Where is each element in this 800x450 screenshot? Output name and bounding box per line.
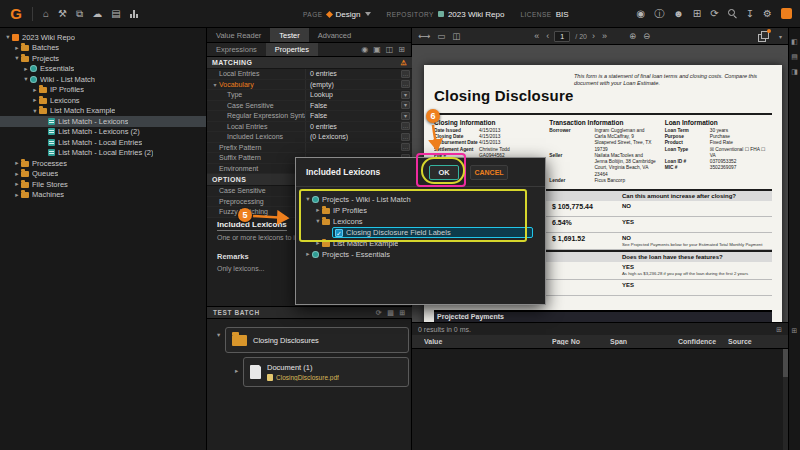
database-icon[interactable]: ▤ [111,9,120,19]
fit-width-icon[interactable]: ⟷ [418,32,430,41]
grid-icon[interactable]: ⊞ [792,327,798,334]
dialog-tree-item[interactable]: ▸Projects - Essentials [300,249,543,260]
ellipsis-icon[interactable]: … [401,70,410,78]
property-value[interactable]: 0 entries… [305,122,412,132]
ok-button[interactable]: OK [429,165,459,180]
layers-icon[interactable] [758,31,769,42]
chevron-right-icon[interactable]: ▸ [304,251,312,258]
results-column-header[interactable]: Confidence [678,338,728,345]
chevron-down-icon[interactable]: ▾ [779,33,782,40]
next-page-icon[interactable]: › [592,32,595,41]
stats-icon[interactable] [130,9,140,18]
nav-tree-item[interactable]: ▾Wiki - List Match [0,74,206,85]
nav-tree-item[interactable]: ▸Batches [0,43,206,54]
property-value[interactable]: False▾ [305,111,412,121]
property-row[interactable]: Case SensitiveFalse▾ [207,101,412,112]
dropdown-icon[interactable]: ▾ [401,112,410,120]
download-icon[interactable]: ↧ [746,9,754,19]
chevron-right-icon[interactable]: ▸ [31,87,39,94]
dialog-titlebar[interactable]: Included Lexicons OK CANCEL [296,158,545,187]
tab-tester[interactable]: Tester [270,28,308,42]
tools-icon[interactable]: ⚒ [58,9,67,19]
chevron-down-icon[interactable]: ▾ [304,196,312,203]
selected-lexicon-row[interactable]: ✓Closing Disclosure Field Labels [332,227,533,238]
apps-icon[interactable]: ⊞ [693,9,701,19]
dialog-tree-item[interactable]: ▾Lexicons [300,216,543,227]
property-value[interactable]: (empty)… [305,80,412,90]
chevron-down-icon[interactable]: ▾ [211,81,219,88]
property-value[interactable]: … [305,143,412,153]
checkbox-checked-icon[interactable]: ✓ [335,229,343,237]
target-icon[interactable]: ◉ [361,46,368,54]
page-number-input[interactable]: 1 [554,31,570,42]
page-selector[interactable]: PAGE Design [303,10,371,19]
nav-tree-item[interactable]: ▸IP Profiles [0,85,206,96]
ellipsis-icon[interactable]: … [401,80,410,88]
zoom-in-icon[interactable]: ⊕ [629,32,636,41]
tab-value-reader[interactable]: Value Reader [207,28,270,42]
chevron-right-icon[interactable]: ▸ [13,181,21,188]
property-row[interactable]: Prefix Pattern… [207,143,412,154]
chevron-down-icon[interactable] [365,12,371,16]
ellipsis-icon[interactable]: … [401,122,410,130]
property-row[interactable]: Regular Expression SyntaxFalse▾ [207,111,412,122]
ellipsis-icon[interactable]: … [401,133,410,141]
cloud-icon[interactable]: ☁ [92,9,102,19]
property-row[interactable]: ▾Vocabulary(empty)… [207,80,412,91]
last-page-icon[interactable]: » [602,32,607,41]
dropdown-icon[interactable]: ▾ [401,101,410,109]
results-column-header[interactable]: Source [728,338,784,345]
batches-icon[interactable]: ⧉ [76,9,83,19]
property-value[interactable]: 0 entries… [305,69,412,79]
chevron-right-icon[interactable]: ▸ [13,192,21,199]
refresh-icon[interactable]: ⟳ [710,9,718,19]
subtab-properties[interactable]: Properties [266,43,318,56]
property-row[interactable]: Local Entries0 entries… [207,69,412,80]
chevron-right-icon[interactable]: ▸ [13,160,21,167]
dialog-tree-item[interactable]: ▸List Match Example [300,238,543,249]
chevron-down-icon[interactable]: ▾ [13,55,21,62]
chevron-right-icon[interactable]: ▸ [13,45,21,52]
nav-tree-item[interactable]: List Match - Lexicons (2) [0,127,206,138]
property-value[interactable]: (0 Lexicons)… [305,132,412,142]
nav-tree-item[interactable]: List Match - Local Entries [0,137,206,148]
chevron-right-icon[interactable]: ▸ [22,66,30,73]
nav-tree-item[interactable]: ▾Projects [0,53,206,64]
nav-tree-item[interactable]: ▸Lexicons [0,95,206,106]
zoom-out-icon[interactable]: ⊖ [643,32,650,41]
repository-selector[interactable]: REPOSITORY 2023 Wiki Repo [387,10,505,19]
property-row[interactable]: TypeLookup▾ [207,90,412,101]
refresh-icon[interactable]: ⟳ [376,309,382,316]
nav-tree-item[interactable]: List Match - Local Entries (2) [0,148,206,159]
dialog-tree-item[interactable]: ▸IP Profiles [300,205,543,216]
settings-icon[interactable]: ⚙ [763,9,772,19]
nav-tree-item[interactable]: ▾List Match Example [0,106,206,117]
user-icon[interactable]: ☻ [673,9,684,19]
grid-icon[interactable]: ⊞ [776,326,782,333]
grid-icon[interactable]: ⊞ [398,46,405,54]
app-logo[interactable]: G [5,3,27,25]
nav-tree-item[interactable]: ▸File Stores [0,179,206,190]
screenshot-icon[interactable]: ▣ [373,46,381,54]
home-icon[interactable]: ⌂ [43,9,49,19]
property-row[interactable]: Local Entries0 entries… [207,122,412,133]
chevron-down-icon[interactable]: ▾ [4,34,12,41]
subtab-expressions[interactable]: Expressions [207,43,266,56]
tab-advanced[interactable]: Advanced [309,28,360,42]
dialog-tree-item[interactable]: ✓Closing Disclosure Field Labels [300,227,543,238]
nav-tree-item[interactable]: List Match - Lexicons [0,116,206,127]
rows-icon[interactable]: ▤ [791,53,798,60]
chevron-right-icon[interactable]: ▸ [235,367,238,375]
results-column-header[interactable]: Page No [552,338,610,345]
grid-icon[interactable]: ⊞ [400,309,406,316]
chevron-down-icon[interactable]: ▾ [31,108,39,115]
property-value[interactable]: Lookup▾ [305,90,412,100]
rows-icon[interactable]: ▤ [387,309,394,316]
nav-tree-item[interactable]: ▾2023 Wiki Repo [0,32,206,43]
chevron-down-icon[interactable]: ▾ [217,331,220,339]
chevron-down-icon[interactable]: ▾ [22,76,30,83]
nav-tree-item[interactable]: ▸Machines [0,190,206,201]
chevron-right-icon[interactable]: ▸ [314,207,322,214]
cancel-button[interactable]: CANCEL [470,165,508,180]
info-icon[interactable]: ⓘ [654,9,664,19]
